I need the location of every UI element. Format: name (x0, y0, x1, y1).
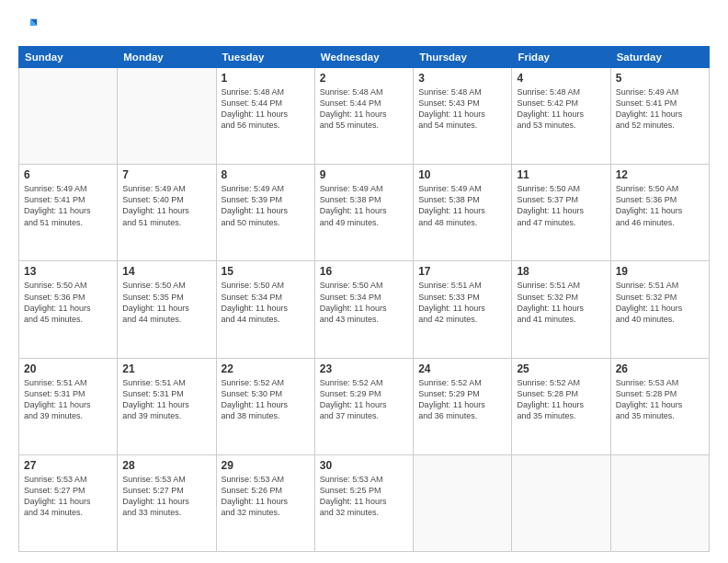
calendar-cell: 4Sunrise: 5:48 AM Sunset: 5:42 PM Daylig… (512, 68, 610, 165)
day-detail: Sunrise: 5:49 AM Sunset: 5:38 PM Dayligh… (320, 183, 408, 228)
calendar-cell: 18Sunrise: 5:51 AM Sunset: 5:32 PM Dayli… (512, 261, 610, 358)
calendar-cell: 24Sunrise: 5:52 AM Sunset: 5:29 PM Dayli… (414, 358, 512, 454)
day-detail: Sunrise: 5:48 AM Sunset: 5:44 PM Dayligh… (320, 86, 408, 132)
day-detail: Sunrise: 5:52 AM Sunset: 5:30 PM Dayligh… (222, 377, 310, 422)
day-number: 25 (517, 362, 605, 375)
day-number: 28 (122, 459, 210, 472)
day-detail: Sunrise: 5:48 AM Sunset: 5:43 PM Dayligh… (418, 86, 506, 132)
day-detail: Sunrise: 5:49 AM Sunset: 5:40 PM Dayligh… (122, 183, 210, 228)
calendar-cell: 16Sunrise: 5:50 AM Sunset: 5:34 PM Dayli… (314, 261, 413, 358)
day-number: 7 (122, 168, 210, 181)
calendar-cell: 22Sunrise: 5:52 AM Sunset: 5:30 PM Dayli… (216, 358, 314, 454)
day-detail: Sunrise: 5:51 AM Sunset: 5:31 PM Dayligh… (122, 377, 210, 422)
calendar-cell: 9Sunrise: 5:49 AM Sunset: 5:38 PM Daylig… (314, 165, 413, 261)
day-detail: Sunrise: 5:52 AM Sunset: 5:28 PM Dayligh… (517, 377, 605, 422)
day-detail: Sunrise: 5:51 AM Sunset: 5:31 PM Dayligh… (24, 377, 112, 422)
day-detail: Sunrise: 5:50 AM Sunset: 5:36 PM Dayligh… (24, 280, 112, 325)
calendar-cell (19, 68, 118, 165)
calendar-cell: 14Sunrise: 5:50 AM Sunset: 5:35 PM Dayli… (118, 261, 216, 358)
day-detail: Sunrise: 5:53 AM Sunset: 5:27 PM Dayligh… (122, 474, 210, 519)
day-number: 3 (418, 72, 506, 85)
day-number: 9 (320, 168, 408, 181)
calendar-cell: 29Sunrise: 5:53 AM Sunset: 5:26 PM Dayli… (216, 454, 314, 551)
day-number: 27 (24, 459, 112, 472)
day-number: 29 (222, 459, 310, 472)
weekday-row: SundayMondayTuesdayWednesdayThursdayFrid… (19, 47, 710, 68)
weekday-header: Saturday (610, 47, 709, 68)
day-number: 2 (320, 72, 408, 85)
weekday-header: Sunday (19, 47, 118, 68)
day-detail: Sunrise: 5:52 AM Sunset: 5:29 PM Dayligh… (418, 377, 506, 422)
calendar-body: 1Sunrise: 5:48 AM Sunset: 5:44 PM Daylig… (19, 68, 710, 552)
day-detail: Sunrise: 5:50 AM Sunset: 5:36 PM Dayligh… (616, 183, 704, 228)
day-detail: Sunrise: 5:49 AM Sunset: 5:38 PM Dayligh… (418, 183, 506, 228)
calendar-cell: 28Sunrise: 5:53 AM Sunset: 5:27 PM Dayli… (118, 454, 216, 551)
day-detail: Sunrise: 5:53 AM Sunset: 5:26 PM Dayligh… (222, 474, 310, 519)
calendar: SundayMondayTuesdayWednesdayThursdayFrid… (18, 46, 710, 552)
day-detail: Sunrise: 5:51 AM Sunset: 5:32 PM Dayligh… (517, 280, 605, 325)
calendar-cell: 11Sunrise: 5:50 AM Sunset: 5:37 PM Dayli… (512, 165, 610, 261)
day-number: 23 (320, 362, 408, 375)
day-detail: Sunrise: 5:50 AM Sunset: 5:37 PM Dayligh… (517, 183, 605, 228)
calendar-week-row: 13Sunrise: 5:50 AM Sunset: 5:36 PM Dayli… (19, 261, 710, 358)
weekday-header: Monday (118, 47, 216, 68)
day-detail: Sunrise: 5:49 AM Sunset: 5:41 PM Dayligh… (616, 86, 704, 132)
day-detail: Sunrise: 5:53 AM Sunset: 5:25 PM Dayligh… (320, 474, 408, 519)
day-number: 24 (418, 362, 506, 375)
logo (18, 17, 42, 37)
day-number: 18 (517, 265, 605, 278)
calendar-cell: 12Sunrise: 5:50 AM Sunset: 5:36 PM Dayli… (610, 165, 709, 261)
calendar-cell: 8Sunrise: 5:49 AM Sunset: 5:39 PM Daylig… (216, 165, 314, 261)
calendar-week-row: 27Sunrise: 5:53 AM Sunset: 5:27 PM Dayli… (19, 454, 710, 551)
day-number: 22 (222, 362, 310, 375)
calendar-cell: 23Sunrise: 5:52 AM Sunset: 5:29 PM Dayli… (314, 358, 413, 454)
day-number: 11 (517, 168, 605, 181)
calendar-cell: 30Sunrise: 5:53 AM Sunset: 5:25 PM Dayli… (314, 454, 413, 551)
day-number: 30 (320, 459, 408, 472)
calendar-cell: 15Sunrise: 5:50 AM Sunset: 5:34 PM Dayli… (216, 261, 314, 358)
calendar-cell: 25Sunrise: 5:52 AM Sunset: 5:28 PM Dayli… (512, 358, 610, 454)
day-detail: Sunrise: 5:50 AM Sunset: 5:34 PM Dayligh… (320, 280, 408, 325)
calendar-cell (118, 68, 216, 165)
day-number: 4 (517, 72, 605, 85)
calendar-cell: 17Sunrise: 5:51 AM Sunset: 5:33 PM Dayli… (414, 261, 512, 358)
logo-icon (18, 17, 39, 37)
day-number: 10 (418, 168, 506, 181)
calendar-cell: 5Sunrise: 5:49 AM Sunset: 5:41 PM Daylig… (610, 68, 709, 165)
day-number: 1 (222, 72, 310, 85)
day-detail: Sunrise: 5:51 AM Sunset: 5:32 PM Dayligh… (616, 280, 704, 325)
header (18, 17, 710, 37)
day-number: 14 (122, 265, 210, 278)
day-number: 6 (24, 168, 112, 181)
calendar-week-row: 6Sunrise: 5:49 AM Sunset: 5:41 PM Daylig… (19, 165, 710, 261)
day-number: 5 (616, 72, 704, 85)
day-number: 17 (418, 265, 506, 278)
calendar-cell (512, 454, 610, 551)
day-number: 16 (320, 265, 408, 278)
weekday-header: Wednesday (314, 47, 413, 68)
day-detail: Sunrise: 5:52 AM Sunset: 5:29 PM Dayligh… (320, 377, 408, 422)
day-number: 15 (222, 265, 310, 278)
day-number: 19 (616, 265, 704, 278)
day-detail: Sunrise: 5:50 AM Sunset: 5:35 PM Dayligh… (122, 280, 210, 325)
calendar-cell: 7Sunrise: 5:49 AM Sunset: 5:40 PM Daylig… (118, 165, 216, 261)
calendar-cell: 21Sunrise: 5:51 AM Sunset: 5:31 PM Dayli… (118, 358, 216, 454)
day-detail: Sunrise: 5:49 AM Sunset: 5:39 PM Dayligh… (222, 183, 310, 228)
calendar-cell: 26Sunrise: 5:53 AM Sunset: 5:28 PM Dayli… (610, 358, 709, 454)
calendar-cell: 10Sunrise: 5:49 AM Sunset: 5:38 PM Dayli… (414, 165, 512, 261)
calendar-cell: 3Sunrise: 5:48 AM Sunset: 5:43 PM Daylig… (414, 68, 512, 165)
day-detail: Sunrise: 5:50 AM Sunset: 5:34 PM Dayligh… (222, 280, 310, 325)
calendar-week-row: 20Sunrise: 5:51 AM Sunset: 5:31 PM Dayli… (19, 358, 710, 454)
day-number: 26 (616, 362, 704, 375)
day-number: 21 (122, 362, 210, 375)
calendar-cell: 20Sunrise: 5:51 AM Sunset: 5:31 PM Dayli… (19, 358, 118, 454)
calendar-cell: 27Sunrise: 5:53 AM Sunset: 5:27 PM Dayli… (19, 454, 118, 551)
weekday-header: Thursday (414, 47, 512, 68)
calendar-week-row: 1Sunrise: 5:48 AM Sunset: 5:44 PM Daylig… (19, 68, 710, 165)
calendar-cell: 13Sunrise: 5:50 AM Sunset: 5:36 PM Dayli… (19, 261, 118, 358)
day-number: 13 (24, 265, 112, 278)
day-number: 20 (24, 362, 112, 375)
day-detail: Sunrise: 5:53 AM Sunset: 5:27 PM Dayligh… (24, 474, 112, 519)
day-number: 12 (616, 168, 704, 181)
weekday-header: Friday (512, 47, 610, 68)
